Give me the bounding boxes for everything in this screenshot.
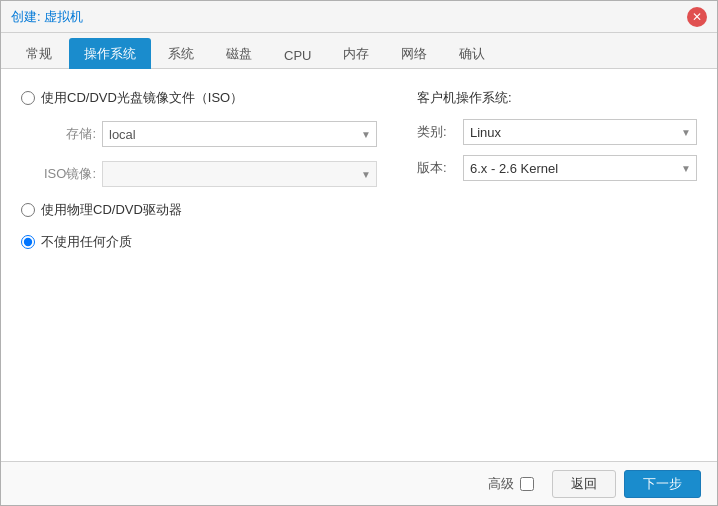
next-button[interactable]: 下一步 (624, 470, 701, 498)
left-panel: 使用CD/DVD光盘镜像文件（ISO） 存储: local ▼ ISO镜像: (21, 89, 377, 441)
tab-bar: 常规 操作系统 系统 磁盘 CPU 内存 网络 确认 (1, 33, 717, 69)
type-field-row: 类别: Linux Windows Solaris Other ▼ (417, 119, 697, 145)
advanced-label: 高级 (488, 475, 514, 493)
back-button[interactable]: 返回 (552, 470, 616, 498)
iso-radio[interactable] (21, 91, 35, 105)
right-section-title: 客户机操作系统: (417, 89, 697, 107)
version-select-wrapper: 6.x - 2.6 Kernel 5.x - 2.6 Kernel 4.x - … (463, 155, 697, 181)
tab-network[interactable]: 网络 (386, 38, 442, 69)
none-radio[interactable] (21, 235, 35, 249)
physical-radio-row: 使用物理CD/DVD驱动器 (21, 201, 377, 219)
storage-field-row: 存储: local ▼ (41, 121, 377, 147)
title-text: 创建: 虚拟机 (11, 8, 83, 26)
none-label[interactable]: 不使用任何介质 (41, 233, 132, 251)
iso-image-select[interactable] (102, 161, 377, 187)
tab-confirm[interactable]: 确认 (444, 38, 500, 69)
main-window: 创建: 虚拟机 ✕ 常规 操作系统 系统 磁盘 CPU 内存 网络 确认 使用C… (0, 0, 718, 506)
storage-label: 存储: (41, 125, 96, 143)
version-label: 版本: (417, 159, 457, 177)
content-area: 使用CD/DVD光盘镜像文件（ISO） 存储: local ▼ ISO镜像: (1, 69, 717, 461)
right-panel: 客户机操作系统: 类别: Linux Windows Solaris Other… (417, 89, 697, 441)
close-button[interactable]: ✕ (687, 7, 707, 27)
none-radio-row: 不使用任何介质 (21, 233, 377, 251)
physical-radio[interactable] (21, 203, 35, 217)
tab-os[interactable]: 操作系统 (69, 38, 151, 69)
version-field-row: 版本: 6.x - 2.6 Kernel 5.x - 2.6 Kernel 4.… (417, 155, 697, 181)
tab-memory[interactable]: 内存 (328, 38, 384, 69)
footer: 高级 返回 下一步 (1, 461, 717, 505)
tab-disk[interactable]: 磁盘 (211, 38, 267, 69)
storage-select-wrapper: local ▼ (102, 121, 377, 147)
advanced-checkbox[interactable] (520, 477, 534, 491)
iso-image-select-wrapper: ▼ (102, 161, 377, 187)
title-bar: 创建: 虚拟机 ✕ (1, 1, 717, 33)
tab-cpu[interactable]: CPU (269, 41, 326, 69)
iso-image-field-row: ISO镜像: ▼ (41, 161, 377, 187)
iso-image-label: ISO镜像: (41, 165, 96, 183)
type-select[interactable]: Linux Windows Solaris Other (463, 119, 697, 145)
type-label: 类别: (417, 123, 457, 141)
storage-select[interactable]: local (102, 121, 377, 147)
type-select-wrapper: Linux Windows Solaris Other ▼ (463, 119, 697, 145)
iso-label[interactable]: 使用CD/DVD光盘镜像文件（ISO） (41, 89, 243, 107)
tab-system[interactable]: 系统 (153, 38, 209, 69)
title-main: 虚拟机 (44, 9, 83, 24)
tab-general[interactable]: 常规 (11, 38, 67, 69)
version-select[interactable]: 6.x - 2.6 Kernel 5.x - 2.6 Kernel 4.x - … (463, 155, 697, 181)
title-prefix: 创建: (11, 9, 44, 24)
iso-radio-row: 使用CD/DVD光盘镜像文件（ISO） (21, 89, 377, 107)
advanced-row: 高级 (488, 475, 534, 493)
physical-label[interactable]: 使用物理CD/DVD驱动器 (41, 201, 182, 219)
